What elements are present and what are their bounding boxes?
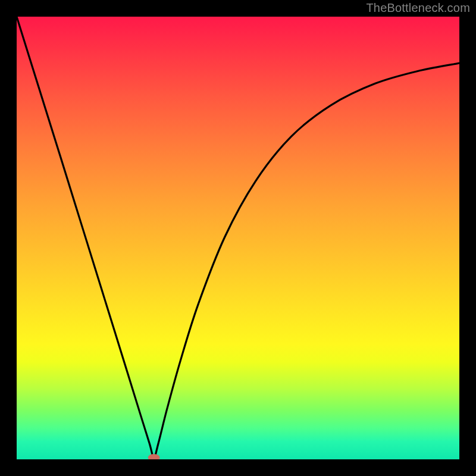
minimum-marker (148, 454, 160, 459)
chart-svg (17, 17, 459, 459)
bottleneck-curve (17, 17, 459, 458)
chart-plot-area (17, 17, 459, 459)
chart-frame: TheBottleneck.com (0, 0, 476, 476)
watermark-text: TheBottleneck.com (366, 1, 470, 15)
